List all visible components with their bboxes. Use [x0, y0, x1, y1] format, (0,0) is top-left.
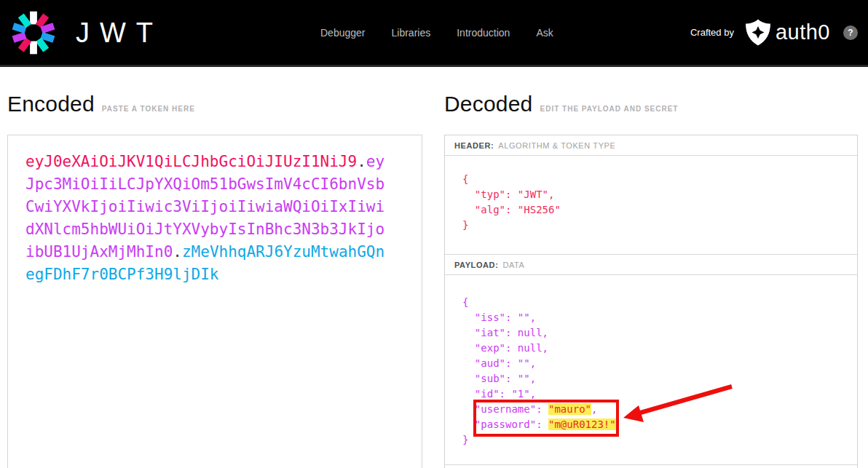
- jwt-wordmark: JWT: [76, 17, 163, 49]
- nav-item-ask[interactable]: Ask: [536, 27, 553, 39]
- decoded-title-row: Decoded EDIT THE PAYLOAD AND SECRET: [444, 92, 678, 116]
- nav-item-debugger[interactable]: Debugger: [320, 27, 366, 39]
- jwt-starburst-icon: [10, 9, 57, 56]
- nav-item-libraries[interactable]: Libraries: [392, 27, 431, 39]
- crafted-by-label: Crafted by: [690, 27, 734, 38]
- header-label: HEADER:: [454, 141, 494, 150]
- jwt-logo[interactable]: JWT: [10, 9, 163, 56]
- encoded-subtitle: PASTE A TOKEN HERE: [102, 105, 195, 113]
- encoded-token-editor[interactable]: eyJ0eXAiOiJKV1QiLCJhbGciOiJIUzI1NiJ9.eyJ…: [7, 135, 422, 468]
- payload-json-editor[interactable]: { "iss": "", "iat": null, "exp": null, "…: [445, 275, 857, 465]
- payload-label: PAYLOAD:: [454, 261, 498, 269]
- nav-item-introduction[interactable]: Introduction: [457, 27, 510, 39]
- header-json-editor[interactable]: { "typ": "JWT", "alg": "HS256"}: [445, 156, 857, 255]
- header-section-label: HEADER: ALGORITHM & TOKEN TYPE: [445, 135, 857, 156]
- auth0-wordmark: auth0: [776, 20, 830, 44]
- encoded-title: Encoded: [7, 92, 95, 116]
- decoded-panel: HEADER: ALGORITHM & TOKEN TYPE { "typ": …: [444, 135, 858, 468]
- nav-links: Debugger Libraries Introduction Ask: [320, 0, 553, 65]
- help-icon[interactable]: ?: [843, 25, 858, 40]
- decoded-title: Decoded: [444, 92, 533, 116]
- nav-right: Crafted by auth0 ?: [690, 0, 858, 65]
- payload-sublabel: DATA: [502, 261, 524, 269]
- navbar: JWT Debugger Libraries Introduction Ask …: [0, 0, 868, 67]
- payload-section-label: PAYLOAD: DATA: [445, 255, 857, 275]
- jwt-token-text[interactable]: eyJ0eXAiOiJKV1QiLCJhbGciOiJIUzI1NiJ9.eyJ…: [25, 151, 389, 286]
- encoded-title-row: Encoded PASTE A TOKEN HERE: [7, 92, 195, 116]
- header-sublabel: ALGORITHM & TOKEN TYPE: [498, 141, 615, 150]
- auth0-logo[interactable]: auth0: [746, 19, 830, 46]
- auth0-shield-icon: [746, 19, 770, 46]
- decoded-subtitle: EDIT THE PAYLOAD AND SECRET: [540, 105, 679, 113]
